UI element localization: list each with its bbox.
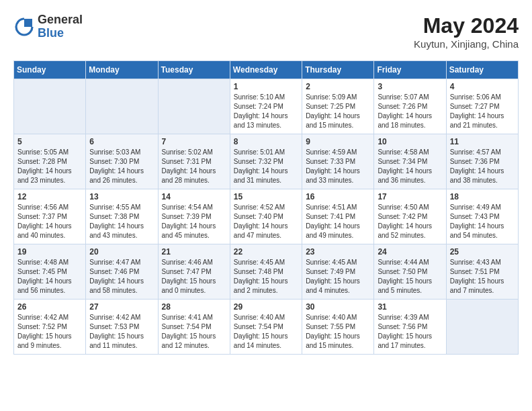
day-number: 7	[162, 137, 226, 146]
day-info: Sunrise: 4:40 AM Sunset: 7:54 PM Dayligh…	[234, 313, 298, 351]
day-number: 20	[89, 247, 154, 257]
day-info: Sunrise: 4:43 AM Sunset: 7:51 PM Dayligh…	[450, 258, 515, 295]
day-number: 9	[306, 137, 370, 146]
day-info: Sunrise: 4:44 AM Sunset: 7:50 PM Dayligh…	[378, 258, 442, 295]
day-info: Sunrise: 4:39 AM Sunset: 7:56 PM Dayligh…	[378, 313, 442, 351]
day-number: 11	[450, 137, 515, 146]
table-row	[446, 300, 518, 355]
table-row: 23Sunrise: 4:45 AM Sunset: 7:49 PM Dayli…	[302, 244, 374, 300]
table-row	[14, 79, 86, 134]
day-info: Sunrise: 4:56 AM Sunset: 7:37 PM Dayligh…	[17, 203, 82, 240]
day-info: Sunrise: 4:41 AM Sunset: 7:54 PM Dayligh…	[162, 313, 226, 351]
day-number: 5	[17, 137, 82, 146]
logo-general: General	[38, 13, 83, 26]
day-info: Sunrise: 4:55 AM Sunset: 7:38 PM Dayligh…	[89, 203, 154, 240]
logo: General Blue	[13, 13, 83, 40]
table-row	[158, 79, 230, 134]
day-number: 12	[17, 192, 82, 201]
day-number: 22	[234, 247, 298, 257]
calendar-header-row: Sunday Monday Tuesday Wednesday Thursday…	[14, 61, 519, 79]
day-number: 25	[450, 247, 515, 257]
day-number: 29	[234, 302, 298, 312]
location-subtitle: Kuytun, Xinjiang, China	[414, 38, 519, 50]
table-row: 25Sunrise: 4:43 AM Sunset: 7:51 PM Dayli…	[446, 244, 518, 300]
day-info: Sunrise: 4:50 AM Sunset: 7:42 PM Dayligh…	[378, 203, 442, 240]
table-row: 15Sunrise: 4:52 AM Sunset: 7:40 PM Dayli…	[230, 189, 302, 244]
table-row: 17Sunrise: 4:50 AM Sunset: 7:42 PM Dayli…	[374, 189, 446, 244]
table-row: 6Sunrise: 5:03 AM Sunset: 7:30 PM Daylig…	[86, 134, 158, 189]
day-number: 2	[306, 82, 370, 91]
table-row: 18Sunrise: 4:49 AM Sunset: 7:43 PM Dayli…	[446, 189, 518, 244]
col-tuesday: Tuesday	[158, 61, 230, 79]
day-info: Sunrise: 4:57 AM Sunset: 7:36 PM Dayligh…	[450, 148, 515, 185]
table-row: 27Sunrise: 4:42 AM Sunset: 7:53 PM Dayli…	[86, 300, 158, 355]
title-block: May 2024 Kuytun, Xinjiang, China	[414, 13, 519, 50]
day-info: Sunrise: 4:49 AM Sunset: 7:43 PM Dayligh…	[450, 203, 515, 240]
logo-text: General Blue	[38, 13, 83, 40]
month-year-title: May 2024	[414, 13, 519, 38]
table-row	[86, 79, 158, 134]
table-row: 12Sunrise: 4:56 AM Sunset: 7:37 PM Dayli…	[14, 189, 86, 244]
logo-icon	[13, 16, 35, 38]
day-number: 23	[306, 247, 370, 257]
calendar-week-row: 12Sunrise: 4:56 AM Sunset: 7:37 PM Dayli…	[14, 189, 519, 244]
table-row: 21Sunrise: 4:46 AM Sunset: 7:47 PM Dayli…	[158, 244, 230, 300]
col-thursday: Thursday	[302, 61, 374, 79]
table-row: 8Sunrise: 5:01 AM Sunset: 7:32 PM Daylig…	[230, 134, 302, 189]
day-number: 10	[378, 137, 442, 146]
col-monday: Monday	[86, 61, 158, 79]
col-wednesday: Wednesday	[230, 61, 302, 79]
calendar-week-row: 5Sunrise: 5:05 AM Sunset: 7:28 PM Daylig…	[14, 134, 519, 189]
day-info: Sunrise: 5:10 AM Sunset: 7:24 PM Dayligh…	[234, 93, 298, 130]
calendar-week-row: 26Sunrise: 4:42 AM Sunset: 7:52 PM Dayli…	[14, 300, 519, 355]
day-number: 21	[162, 247, 226, 257]
day-number: 14	[162, 192, 226, 201]
table-row: 5Sunrise: 5:05 AM Sunset: 7:28 PM Daylig…	[14, 134, 86, 189]
day-info: Sunrise: 4:46 AM Sunset: 7:47 PM Dayligh…	[162, 258, 226, 295]
day-number: 26	[17, 302, 82, 312]
day-info: Sunrise: 4:40 AM Sunset: 7:55 PM Dayligh…	[306, 313, 370, 351]
table-row: 3Sunrise: 5:07 AM Sunset: 7:26 PM Daylig…	[374, 79, 446, 134]
col-sunday: Sunday	[14, 61, 86, 79]
table-row: 28Sunrise: 4:41 AM Sunset: 7:54 PM Dayli…	[158, 300, 230, 355]
day-info: Sunrise: 4:59 AM Sunset: 7:33 PM Dayligh…	[306, 148, 370, 185]
day-number: 8	[234, 137, 298, 146]
day-info: Sunrise: 5:01 AM Sunset: 7:32 PM Dayligh…	[234, 148, 298, 185]
table-row: 7Sunrise: 5:02 AM Sunset: 7:31 PM Daylig…	[158, 134, 230, 189]
day-number: 17	[378, 192, 442, 201]
table-row: 1Sunrise: 5:10 AM Sunset: 7:24 PM Daylig…	[230, 79, 302, 134]
page-header: General Blue May 2024 Kuytun, Xinjiang, …	[13, 13, 519, 50]
table-row: 14Sunrise: 4:54 AM Sunset: 7:39 PM Dayli…	[158, 189, 230, 244]
table-row: 24Sunrise: 4:44 AM Sunset: 7:50 PM Dayli…	[374, 244, 446, 300]
day-info: Sunrise: 4:58 AM Sunset: 7:34 PM Dayligh…	[378, 148, 442, 185]
day-info: Sunrise: 4:45 AM Sunset: 7:48 PM Dayligh…	[234, 258, 298, 295]
day-number: 24	[378, 247, 442, 257]
table-row: 26Sunrise: 4:42 AM Sunset: 7:52 PM Dayli…	[14, 300, 86, 355]
day-number: 1	[234, 82, 298, 91]
day-number: 28	[162, 302, 226, 312]
day-number: 16	[306, 192, 370, 201]
day-info: Sunrise: 4:51 AM Sunset: 7:41 PM Dayligh…	[306, 203, 370, 240]
day-number: 3	[378, 82, 442, 91]
table-row: 30Sunrise: 4:40 AM Sunset: 7:55 PM Dayli…	[302, 300, 374, 355]
day-info: Sunrise: 5:09 AM Sunset: 7:25 PM Dayligh…	[306, 93, 370, 130]
table-row: 9Sunrise: 4:59 AM Sunset: 7:33 PM Daylig…	[302, 134, 374, 189]
day-number: 19	[17, 247, 82, 257]
table-row: 11Sunrise: 4:57 AM Sunset: 7:36 PM Dayli…	[446, 134, 518, 189]
day-info: Sunrise: 4:47 AM Sunset: 7:46 PM Dayligh…	[89, 258, 154, 295]
table-row: 29Sunrise: 4:40 AM Sunset: 7:54 PM Dayli…	[230, 300, 302, 355]
col-saturday: Saturday	[446, 61, 518, 79]
day-info: Sunrise: 4:45 AM Sunset: 7:49 PM Dayligh…	[306, 258, 370, 295]
table-row: 4Sunrise: 5:06 AM Sunset: 7:27 PM Daylig…	[446, 79, 518, 134]
day-info: Sunrise: 5:06 AM Sunset: 7:27 PM Dayligh…	[450, 93, 515, 130]
table-row: 2Sunrise: 5:09 AM Sunset: 7:25 PM Daylig…	[302, 79, 374, 134]
day-number: 6	[89, 137, 154, 146]
day-info: Sunrise: 5:03 AM Sunset: 7:30 PM Dayligh…	[89, 148, 154, 185]
table-row: 31Sunrise: 4:39 AM Sunset: 7:56 PM Dayli…	[374, 300, 446, 355]
day-info: Sunrise: 4:54 AM Sunset: 7:39 PM Dayligh…	[162, 203, 226, 240]
table-row: 13Sunrise: 4:55 AM Sunset: 7:38 PM Dayli…	[86, 189, 158, 244]
day-number: 31	[378, 302, 442, 312]
day-number: 27	[89, 302, 154, 312]
day-number: 18	[450, 192, 515, 201]
day-number: 30	[306, 302, 370, 312]
